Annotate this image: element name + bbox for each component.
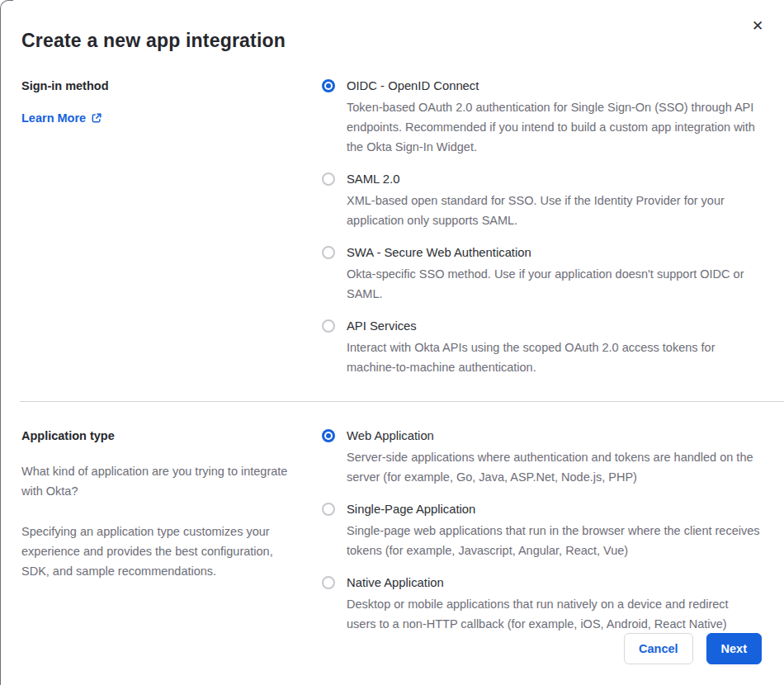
option-saml-label[interactable]: SAML 2.0 — [347, 171, 761, 187]
radio-web-app[interactable] — [322, 429, 335, 442]
signin-method-section: Sign-in method Learn More OIDC - OpenID … — [0, 78, 784, 377]
close-icon[interactable]: ✕ — [749, 18, 766, 35]
radio-spa[interactable] — [322, 503, 335, 516]
modal-footer: Cancel Next — [624, 633, 762, 664]
option-web-app: Web Application Server-side applications… — [322, 428, 763, 487]
radio-saml[interactable] — [322, 172, 335, 186]
radio-native-app[interactable] — [322, 576, 335, 589]
option-native-app-label[interactable]: Native Application — [347, 574, 761, 591]
option-oidc-description: Token-based OAuth 2.0 authentication for… — [347, 97, 761, 157]
radio-swa[interactable] — [322, 246, 335, 259]
option-api-services-description: Interact with Okta APIs using the scoped… — [347, 338, 761, 377]
application-type-explanation: Specifying an application type customize… — [21, 522, 300, 581]
option-swa-description: Okta-specific SSO method. Use if your ap… — [347, 264, 761, 304]
option-spa-label[interactable]: Single-Page Application — [347, 501, 761, 517]
application-type-options: Web Application Server-side applications… — [322, 428, 763, 634]
application-type-label: Application type — [21, 428, 300, 444]
radio-api-services[interactable] — [322, 319, 335, 333]
option-api-services: API Services Interact with Okta APIs usi… — [322, 318, 763, 377]
application-type-left-column: Application type What kind of applicatio… — [21, 428, 300, 634]
modal-title: Create a new app integration — [0, 0, 784, 52]
option-swa: SWA - Secure Web Authentication Okta-spe… — [322, 244, 763, 304]
cancel-button[interactable]: Cancel — [624, 633, 693, 664]
signin-method-left-column: Sign-in method Learn More — [21, 78, 300, 377]
option-spa-description: Single-page web applications that run in… — [347, 521, 761, 560]
application-type-question: What kind of application are you trying … — [21, 461, 300, 501]
option-native-app: Native Application Desktop or mobile app… — [322, 574, 763, 634]
signin-method-label: Sign-in method — [21, 78, 300, 94]
option-saml-description: XML-based open standard for SSO. Use if … — [347, 191, 761, 230]
modal-left-border — [0, 8, 1, 685]
application-type-section: Application type What kind of applicatio… — [0, 428, 784, 634]
option-saml: SAML 2.0 XML-based open standard for SSO… — [322, 171, 763, 230]
option-oidc: OIDC - OpenID Connect Token-based OAuth … — [322, 78, 763, 157]
learn-more-link[interactable]: Learn More — [21, 111, 102, 125]
option-swa-label[interactable]: SWA - Secure Web Authentication — [347, 244, 761, 261]
radio-oidc[interactable] — [322, 79, 335, 92]
section-divider — [20, 401, 784, 402]
modal-corner-border — [0, 0, 13, 13]
option-api-services-label[interactable]: API Services — [347, 318, 761, 334]
option-spa: Single-Page Application Single-page web … — [322, 501, 763, 560]
external-link-icon — [91, 112, 102, 124]
learn-more-label: Learn More — [21, 111, 86, 125]
signin-method-options: OIDC - OpenID Connect Token-based OAuth … — [322, 78, 763, 377]
option-native-app-description: Desktop or mobile applications that run … — [347, 594, 761, 634]
option-oidc-label[interactable]: OIDC - OpenID Connect — [347, 78, 761, 94]
next-button[interactable]: Next — [706, 633, 762, 664]
option-web-app-description: Server-side applications where authentic… — [347, 447, 761, 487]
option-web-app-label[interactable]: Web Application — [347, 428, 761, 444]
